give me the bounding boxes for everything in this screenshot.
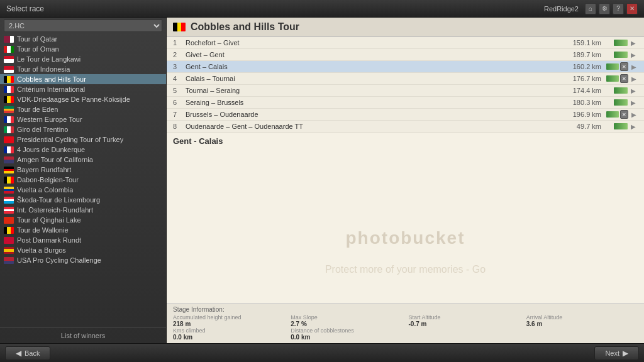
stage-distance: 196.9 km <box>557 111 601 118</box>
race-item[interactable]: Western Europe Tour <box>0 114 166 124</box>
stage-distance: 159.1 km <box>557 39 601 47</box>
race-name-label: Škoda-Tour de Lixembourg <box>17 196 100 204</box>
race-list: Tour of QatarTour of OmanLe Tour de Lang… <box>0 34 166 327</box>
stage-number: 4 <box>173 75 186 82</box>
stage-nav-arrow[interactable]: ▶ <box>630 62 638 71</box>
stage-row[interactable]: 1Rochefort – Givet159.1 km▶ <box>167 37 644 49</box>
race-name-label: Le Tour de Langkawi <box>17 55 80 63</box>
stage-row[interactable]: 8Oudenaarde – Gent – Oudenaarde TT49.7 k… <box>167 121 644 133</box>
race-name-label: Bayern Rundfahrt <box>17 166 71 173</box>
category-dropdown[interactable]: 2.HC 1.HC World Tour <box>4 19 162 32</box>
race-item[interactable]: Tour of Qatar <box>0 34 166 44</box>
stage-row[interactable]: 6Seraing – Brussels180.3 km▶ <box>167 97 644 109</box>
stage-name: Seraing – Brussels <box>186 99 557 106</box>
bottom-bar: ◀ Back Next ▶ <box>0 343 644 362</box>
stage-distance: 180.3 km <box>557 99 601 106</box>
stage-nav-arrow[interactable]: ▶ <box>630 74 638 83</box>
race-item[interactable]: Presidential Cycling Tour of Turkey <box>0 134 166 145</box>
race-name-label: Tour de Wallonie <box>17 226 69 234</box>
race-title: Cobbles and Hills Tour <box>191 21 299 33</box>
stage-row[interactable]: 2Givet – Gent189.7 km▶ <box>167 49 644 61</box>
stage-nav-arrow[interactable]: ▶ <box>630 110 638 119</box>
stage-number: 2 <box>173 51 186 58</box>
race-name-label: Tour de Eden <box>17 106 58 113</box>
stage-row[interactable]: 3Gent – Calais160.2 km✕▶ <box>167 61 644 73</box>
stage-distance: 189.7 km <box>557 51 601 58</box>
race-name-label: Western Europe Tour <box>17 116 82 123</box>
help-button[interactable]: ? <box>613 3 624 14</box>
race-header: Cobbles and Hills Tour <box>167 18 644 37</box>
stage-nav-arrow[interactable]: ▶ <box>629 98 638 107</box>
race-item[interactable]: Tour of Indonesia <box>0 64 166 74</box>
race-flag-small <box>4 116 14 123</box>
stage-blocked-icon[interactable]: ✕ <box>620 74 628 83</box>
race-item[interactable]: Post Danmark Rundt <box>0 235 166 245</box>
category-header: 2.HC 1.HC World Tour <box>0 18 166 34</box>
race-name-label: Cobbles and Hills Tour <box>17 75 86 83</box>
race-item[interactable]: Dabon-Belgien-Tour <box>0 175 166 185</box>
race-flag-small <box>4 257 14 264</box>
race-name-label: USA Pro Cycling Challenge <box>17 256 101 264</box>
race-name-label: 4 Jours de Dunkerque <box>17 146 85 153</box>
race-name-label: Int. Österreich-Rundfahrt <box>17 206 93 214</box>
race-name-label: Vuelta a Burgos <box>17 246 66 254</box>
race-name-label: Tour of Qatar <box>17 35 57 43</box>
race-item[interactable]: Tour of Oman <box>0 44 166 54</box>
stage-nav-arrow[interactable]: ▶ <box>629 86 638 95</box>
race-flag-small <box>4 227 14 234</box>
race-item[interactable]: Critérium International <box>0 84 166 94</box>
race-item[interactable]: Amgen Tour of California <box>0 155 166 165</box>
stage-name: Rochefort – Givet <box>186 39 557 47</box>
race-name-label: Dabon-Belgien-Tour <box>17 176 79 184</box>
race-item[interactable]: Tour de Eden <box>0 104 166 114</box>
stage-nav-arrow[interactable]: ▶ <box>629 50 638 59</box>
back-button[interactable]: ◀ Back <box>5 346 50 360</box>
race-item[interactable]: Int. Österreich-Rundfahrt <box>0 205 166 215</box>
left-panel: 2.HC 1.HC World Tour Tour of QatarTour o… <box>0 18 167 343</box>
stage-row[interactable]: 5Tournai – Seraing174.4 km▶ <box>167 85 644 97</box>
race-item[interactable]: Cobbles and Hills Tour <box>0 74 166 84</box>
race-item[interactable]: 4 Jours de Dunkerque <box>0 145 166 155</box>
race-item[interactable]: Tour de Wallonie <box>0 225 166 235</box>
stage-blocked-icon[interactable]: ✕ <box>620 110 628 119</box>
race-item[interactable]: Vuelta a Colombia <box>0 185 166 195</box>
settings-button[interactable]: ⚙ <box>599 3 610 14</box>
stage-number: 7 <box>173 111 186 118</box>
stage-number: 3 <box>173 63 186 70</box>
race-flag-small <box>4 36 14 43</box>
stage-row[interactable]: 7Brussels – Oudenaarde196.9 km✕▶ <box>167 109 644 121</box>
window-title: Select race <box>6 4 44 13</box>
stage-number: 8 <box>173 123 186 130</box>
race-item[interactable]: Giro del Trentino <box>0 124 166 134</box>
watermark: photobucket <box>346 228 465 248</box>
close-button[interactable]: ✕ <box>626 3 638 14</box>
home-button[interactable]: ⌂ <box>585 3 596 14</box>
stage-number: 1 <box>173 39 186 47</box>
stage-nav-arrow[interactable]: ▶ <box>629 122 638 131</box>
stage-number: 6 <box>173 99 186 106</box>
stage-blocked-icon[interactable]: ✕ <box>620 62 628 71</box>
stage-distance: 49.7 km <box>557 123 601 130</box>
race-item[interactable]: Vuelta a Burgos <box>0 245 166 255</box>
next-button[interactable]: Next ▶ <box>594 346 639 360</box>
race-flag-small <box>4 197 14 204</box>
race-flag-small <box>4 106 14 113</box>
stage-distance: 174.4 km <box>557 87 601 94</box>
race-flag-small <box>4 96 14 103</box>
stage-nav-arrow[interactable]: ▶ <box>629 38 638 47</box>
race-name-label: Post Danmark Rundt <box>17 236 81 244</box>
stage-number: 5 <box>173 87 186 94</box>
race-item[interactable]: Škoda-Tour de Lixembourg <box>0 195 166 205</box>
race-item[interactable]: Bayern Rundfahrt <box>0 165 166 175</box>
window-controls: RedRidge2 ⌂ ⚙ ? ✕ <box>544 3 638 14</box>
race-flag-small <box>4 66 14 73</box>
stage-row[interactable]: 4Calais – Tournai176.7 km✕▶ <box>167 73 644 85</box>
race-item[interactable]: Tour of Qinghai Lake <box>0 215 166 225</box>
race-item[interactable]: USA Pro Cycling Challenge <box>0 255 166 265</box>
right-panel: Cobbles and Hills Tour 1Rochefort – Give… <box>167 18 644 343</box>
race-item[interactable]: VDK-Driedaagse De Panne-Koksijde <box>0 94 166 104</box>
stage-difficulty-bar <box>606 111 619 118</box>
stage-name: Gent – Calais <box>186 63 557 70</box>
race-item[interactable]: Le Tour de Langkawi <box>0 54 166 64</box>
stage-name: Oudenaarde – Gent – Oudenaarde TT <box>186 123 557 130</box>
